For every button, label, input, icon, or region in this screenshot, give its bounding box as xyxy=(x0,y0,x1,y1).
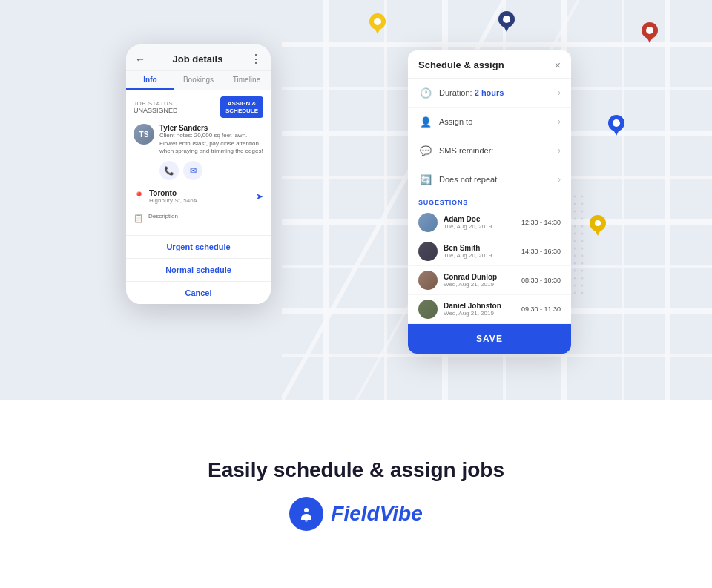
client-name: Tyler Sanders xyxy=(159,124,263,132)
map-pin-blue-mid xyxy=(608,115,624,136)
schedule-assign-panel: Schedule & assign × 🕐 Duration: 2 hours … xyxy=(408,50,571,354)
job-status-section: JOB STATUS UNASSIGNED ASSIGN &SCHEDULE xyxy=(134,96,263,118)
location-pin-icon: 📍 xyxy=(134,191,145,202)
map-pin-red xyxy=(642,22,658,43)
phone-title: Job details xyxy=(173,53,223,65)
assign-schedule-button[interactable]: ASSIGN &SCHEDULE xyxy=(220,96,263,118)
client-info: Tyler Sanders Client notes: 20,000 sq fe… xyxy=(159,124,263,155)
suggestion-row-1[interactable]: Adam Doe Tue, Aug 20, 2019 12:30 - 14:30 xyxy=(408,208,571,237)
svg-point-35 xyxy=(305,519,308,522)
cancel-button[interactable]: Cancel xyxy=(126,282,271,304)
suggestion-row-4[interactable]: Daniel Johnston Wed, Aug 21, 2019 09:30 … xyxy=(408,295,571,324)
svg-marker-24 xyxy=(645,34,654,43)
panel-title: Schedule & assign xyxy=(418,59,504,70)
suggestion-name-1: Adam Doe xyxy=(444,215,521,223)
duration-row[interactable]: 🕐 Duration: 2 hours › xyxy=(408,79,571,108)
svg-marker-30 xyxy=(593,227,602,236)
close-icon[interactable]: × xyxy=(555,60,561,70)
svg-point-25 xyxy=(646,27,653,34)
suggestion-row-3[interactable]: Conrad Dunlop Wed, Aug 21, 2019 08:30 - … xyxy=(408,266,571,295)
client-row: TS Tyler Sanders Client notes: 20,000 sq… xyxy=(134,124,263,155)
navigate-icon[interactable]: ➤ xyxy=(256,191,263,202)
svg-marker-18 xyxy=(373,25,382,34)
panel-header: Schedule & assign × xyxy=(408,50,571,79)
svg-point-19 xyxy=(374,18,381,25)
suggestion-name-2: Ben Smith xyxy=(444,244,521,252)
phone-tabs: Info Bookings Timeline xyxy=(126,71,271,90)
tab-info[interactable]: Info xyxy=(126,71,174,90)
phone-mockup: ← Job details ⋮ Info Bookings Timeline J… xyxy=(126,44,271,304)
suggestions-label: SUGESTIONS xyxy=(408,194,571,208)
location-row: 📍 Toronto Highbury St, 546A ➤ xyxy=(134,186,263,207)
assign-text: Assign to xyxy=(439,117,558,126)
sms-icon: 💬 xyxy=(418,143,433,158)
brand-logo-icon xyxy=(289,497,323,531)
bottom-section: Easily schedule & assign jobs FieldVibe xyxy=(0,400,712,588)
person-icon: 👤 xyxy=(418,114,433,129)
suggestion-date-3: Wed, Aug 21, 2019 xyxy=(444,281,521,288)
svg-point-31 xyxy=(595,220,601,226)
tab-timeline[interactable]: Timeline xyxy=(222,71,271,90)
suggestion-row-2[interactable]: Ben Smith Tue, Aug 20, 2019 14:30 - 16:3… xyxy=(408,237,571,266)
suggestion-info-1: Adam Doe Tue, Aug 20, 2019 xyxy=(444,215,521,230)
assign-row[interactable]: 👤 Assign to › xyxy=(408,108,571,136)
suggestion-info-3: Conrad Dunlop Wed, Aug 21, 2019 xyxy=(444,273,521,288)
svg-point-22 xyxy=(503,16,510,23)
suggestion-avatar-4 xyxy=(418,300,438,319)
job-status-label: JOB STATUS xyxy=(134,100,178,107)
action-icons: 📞 ✉ xyxy=(134,161,263,180)
suggestion-avatar-2 xyxy=(418,242,438,261)
svg-marker-27 xyxy=(612,127,621,136)
description-text: Description xyxy=(148,213,178,219)
svg-marker-21 xyxy=(502,23,511,32)
suggestion-date-1: Tue, Aug 20, 2019 xyxy=(444,223,521,230)
suggestion-time-4: 09:30 - 11:30 xyxy=(521,305,561,313)
phone-overlay: Urgent schedule Normal schedule Cancel xyxy=(126,235,271,304)
map-background xyxy=(0,0,712,400)
description-row: 📋 Description xyxy=(134,213,263,223)
repeat-text: Does not repeat xyxy=(439,175,558,184)
location-addr: Highbury St, 546A xyxy=(149,197,197,204)
duration-text: Duration: 2 hours xyxy=(439,88,558,97)
tagline: Easily schedule & assign jobs xyxy=(208,458,504,482)
repeat-icon: 🔄 xyxy=(418,172,433,187)
client-avatar: TS xyxy=(134,124,154,145)
repeat-row[interactable]: 🔄 Does not repeat › xyxy=(408,165,571,194)
sms-row[interactable]: 💬 SMS reminder: › xyxy=(408,136,571,165)
brand-name: FieldVibe xyxy=(331,502,422,526)
suggestion-info-2: Ben Smith Tue, Aug 20, 2019 xyxy=(444,244,521,259)
phone-header: ← Job details ⋮ xyxy=(126,44,271,71)
suggestion-name-3: Conrad Dunlop xyxy=(444,273,521,281)
description-icon: 📋 xyxy=(134,214,144,223)
chevron-right-icon-2: › xyxy=(558,116,561,127)
email-icon-btn[interactable]: ✉ xyxy=(183,161,202,180)
suggestion-name-4: Daniel Johnston xyxy=(444,302,521,310)
svg-point-34 xyxy=(304,508,309,512)
client-notes: Client notes: 20,000 sq feet lawn. Flowe… xyxy=(159,132,263,155)
chevron-right-icon-4: › xyxy=(558,174,561,185)
phone-body: JOB STATUS UNASSIGNED ASSIGN &SCHEDULE T… xyxy=(126,90,271,235)
map-pin-darkblue xyxy=(498,11,515,32)
map-pin-yellow-bot xyxy=(590,215,606,236)
back-arrow-icon[interactable]: ← xyxy=(135,53,145,65)
svg-point-28 xyxy=(613,119,620,127)
suggestion-info-4: Daniel Johnston Wed, Aug 21, 2019 xyxy=(444,302,521,317)
menu-dots-icon[interactable]: ⋮ xyxy=(250,52,262,66)
top-section: ← Job details ⋮ Info Bookings Timeline J… xyxy=(0,0,712,400)
suggestion-date-4: Wed, Aug 21, 2019 xyxy=(444,310,521,317)
chevron-right-icon: › xyxy=(558,87,561,98)
suggestion-avatar-1 xyxy=(418,213,438,232)
normal-schedule-button[interactable]: Normal schedule xyxy=(126,259,271,282)
phone-icon-btn[interactable]: 📞 xyxy=(159,161,179,180)
suggestion-time-3: 08:30 - 10:30 xyxy=(521,277,561,284)
save-button[interactable]: SAVE xyxy=(408,324,571,354)
urgent-schedule-button[interactable]: Urgent schedule xyxy=(126,236,271,259)
brand-row: FieldVibe xyxy=(289,497,422,531)
suggestion-date-2: Tue, Aug 20, 2019 xyxy=(444,252,521,259)
tab-bookings[interactable]: Bookings xyxy=(174,71,222,90)
job-status-value: UNASSIGNED xyxy=(134,107,178,114)
suggestion-time-2: 14:30 - 16:30 xyxy=(521,248,561,255)
location-name: Toronto xyxy=(149,189,197,197)
chevron-right-icon-3: › xyxy=(558,145,561,156)
clock-icon: 🕐 xyxy=(418,85,433,100)
